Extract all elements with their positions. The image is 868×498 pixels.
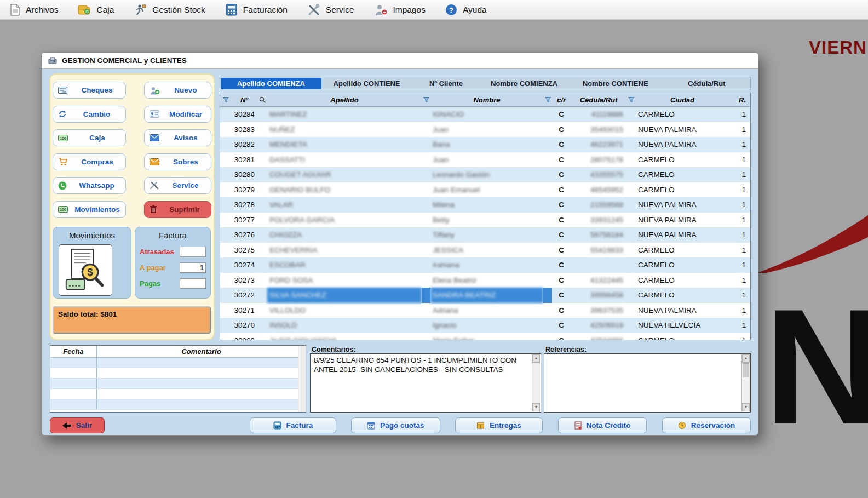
scroll-up-icon[interactable]: ▲ (742, 354, 750, 363)
filter-funnel-icon[interactable] (422, 97, 430, 102)
table-row[interactable]: 30280 COUGET AGUIAR Leonardo Gastón C 43… (220, 167, 750, 182)
history-col-fecha: Fecha (50, 346, 97, 357)
cell-ciudad: CARMELO (635, 291, 729, 299)
col-header-cedula[interactable]: Cédula/Rut (571, 96, 626, 104)
table-row[interactable]: 30281 DASSATTI Juan C 28075178 CARMELO 1 (220, 152, 750, 168)
cell-r: 1 (729, 201, 750, 209)
referencias-textarea[interactable]: ▲ ▼ (544, 353, 751, 413)
cell-spacer (543, 273, 552, 288)
filter-funnel-icon[interactable] (543, 97, 552, 102)
history-row[interactable] (50, 368, 306, 379)
table-row[interactable]: 30271 VILLOLDO Adriana C 39637535 NUEVA … (220, 303, 750, 318)
col-header-r[interactable]: R. (729, 96, 750, 104)
window-titlebar[interactable]: GESTION COMERCIAL y CLIENTES (42, 53, 758, 69)
atrasadas-input[interactable] (180, 247, 206, 257)
nota-credito-button[interactable]: Nota Crédito (558, 417, 647, 433)
history-scrollbar[interactable] (298, 346, 306, 412)
table-row[interactable]: 30283 NUÑEZ Juan C 35493015 NUEVA PALMIR… (220, 122, 750, 138)
menu-item-facturacion[interactable]: Facturación (219, 0, 301, 20)
col-header-nombre[interactable]: Nombre (430, 96, 543, 104)
tab-nombre-comienza[interactable]: Nombre COMIENZA (480, 77, 567, 90)
table-row[interactable]: 30282 MENDIETA Bana C 46223971 NUEVA PAL… (220, 137, 750, 152)
tab-apellido-contiene[interactable]: Apellido CONTIENE (322, 77, 412, 90)
cell-nro: 30275 (231, 246, 257, 254)
desktop-weekday-text: VIERN (809, 37, 867, 58)
col-header-ciudad[interactable]: Ciudad (635, 96, 729, 104)
tab-cedula-rut[interactable]: Cédula/Rut (663, 77, 750, 90)
invoice-search-button[interactable]: $ (59, 244, 112, 296)
cell-r: 1 (729, 291, 750, 299)
cell-spacer (543, 122, 552, 138)
salir-button[interactable]: Salir (50, 417, 105, 433)
cell-spacer (543, 137, 552, 152)
suprimir-label: Suprimir (162, 205, 208, 214)
cell-spacer (422, 243, 430, 258)
menu-item-impagos[interactable]: Impagos (367, 0, 439, 20)
menu-item-gestion-stock[interactable]: Gestión Stock (127, 0, 219, 20)
comentarios-textarea[interactable]: 8/9/25 CLEARING 654 PUNTOS - 1 INCUMPLIM… (310, 353, 541, 413)
factura-button[interactable]: Factura (250, 417, 336, 433)
a-pagar-input[interactable] (180, 262, 206, 273)
cell-ciudad: NUEVA PALMIRA (635, 216, 729, 224)
caja-button[interactable]: 100 Caja (53, 129, 126, 146)
search-icon[interactable] (257, 96, 267, 103)
cell-cr: C (552, 216, 571, 224)
menu-item-ayuda[interactable]: ? Ayuda (439, 0, 500, 20)
menu-item-archivos[interactable]: Archivos (3, 0, 71, 20)
table-row[interactable]: 30284 MARTINEZ IGNACIO C 41119886 CARMEL… (220, 107, 750, 122)
scroll-up-icon[interactable]: ▲ (532, 354, 540, 363)
cell-nombre: Tiffany (430, 227, 543, 243)
referencias-scrollbar[interactable]: ▲ ▼ (741, 354, 750, 411)
table-row[interactable]: 30275 ECHEVERRIA JESSICA C 55419833 CARM… (220, 243, 750, 258)
suprimir-button[interactable]: Suprimir (144, 201, 211, 218)
nuevo-button[interactable]: Nuevo (144, 82, 211, 99)
tab-nro-cliente[interactable]: Nº Cliente (412, 77, 481, 90)
history-row[interactable] (50, 379, 306, 389)
history-box: Fecha Comentario (50, 345, 306, 413)
compras-button[interactable]: Compras (53, 153, 126, 170)
scroll-down-icon[interactable]: ▼ (532, 403, 540, 411)
cell-cedula: 42509919 (571, 318, 626, 333)
reservacion-button[interactable]: Reservación (662, 417, 751, 433)
table-row[interactable]: 30274 ESCOBAR Irahiana C CARMELO 1 (220, 257, 750, 273)
cambio-button[interactable]: Cambio (53, 106, 126, 123)
cell-nro: 30269 (231, 336, 257, 340)
service-button[interactable]: Service (144, 177, 211, 194)
tools-icon (150, 181, 159, 190)
tab-nombre-contiene[interactable]: Nombre CONTIENE (568, 77, 663, 90)
scroll-thumb[interactable] (743, 363, 749, 377)
table-row[interactable]: 30276 CHIOZZA Tiffany C 56756184 NUEVA P… (220, 227, 750, 243)
table-row[interactable]: 30270 INSOLD Ignacio C 42509919 NUEVA HE… (220, 318, 750, 333)
table-row[interactable]: 30272 SILVA SANCHEZ SANDRA BEATRIZ C 399… (220, 288, 750, 303)
history-row[interactable] (50, 389, 306, 399)
pago-cuotas-button[interactable]: Pago cuotas (351, 417, 440, 433)
modificar-button[interactable]: Modificar (144, 106, 211, 123)
table-row[interactable]: 30277 POLVORA GARCIA Betty C 33931245 NU… (220, 213, 750, 228)
table-row[interactable]: 30273 FORD SOSA Elena Beatriz C 41322445… (220, 273, 750, 288)
cheques-button[interactable]: Cheques (53, 82, 126, 99)
cell-cedula: 43355575 (571, 167, 626, 182)
entregas-button[interactable]: Entregas (455, 417, 543, 433)
table-row[interactable]: 30279 GENARIO BULFO Juan Emanuel C 46545… (220, 182, 750, 198)
tab-apellido-comienza[interactable]: Apellido COMIENZA (221, 78, 321, 89)
sobres-button[interactable]: Sobres (144, 153, 211, 170)
table-row[interactable]: 30269 ALGIS GIGLIANCHI María Esther C 42… (220, 333, 750, 341)
col-header-apellido[interactable]: Apellido (267, 96, 422, 104)
cell-ciudad: NUEVA PALMIRA (635, 140, 729, 148)
scroll-down-icon[interactable]: ▼ (742, 403, 750, 411)
whatsapp-button[interactable]: Whatsapp (53, 177, 126, 194)
menu-item-caja[interactable]: G Caja (71, 0, 127, 20)
col-header-cr[interactable]: c/r (552, 96, 571, 104)
movimientos-button[interactable]: 100 Movimientos (53, 201, 126, 218)
cell-cedula: 33931245 (571, 213, 626, 228)
sort-funnel-icon[interactable] (220, 97, 231, 102)
avisos-button[interactable]: Avisos (144, 129, 211, 146)
comentarios-scrollbar[interactable]: ▲ ▼ (532, 354, 540, 411)
col-header-nro[interactable]: Nº (231, 96, 257, 104)
filter-funnel-icon[interactable] (626, 97, 635, 102)
history-row[interactable] (50, 399, 306, 410)
table-row[interactable]: 30278 VALAR Milena C 21559568 NUEVA PALM… (220, 197, 750, 213)
menu-item-service[interactable]: Service (301, 0, 367, 20)
history-row[interactable] (50, 358, 306, 368)
pagas-input[interactable] (180, 278, 206, 289)
